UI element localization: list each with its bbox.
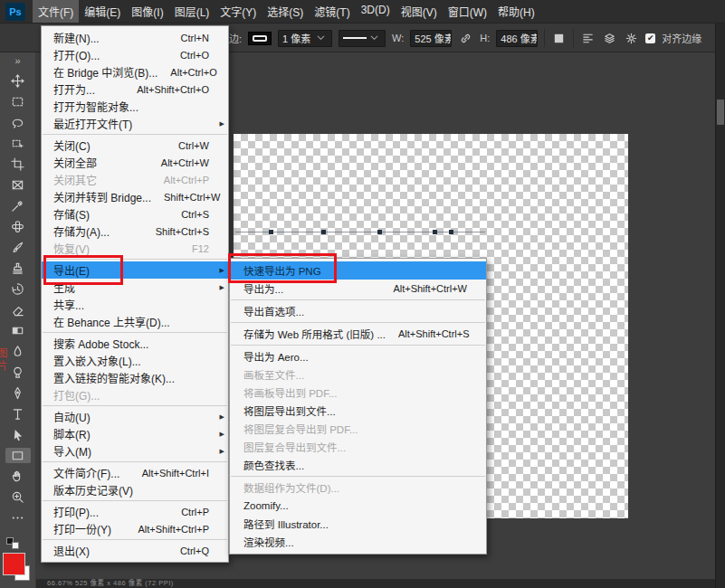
path-align-icon[interactable] — [580, 31, 596, 46]
menubar-item[interactable]: 图像(I) — [126, 0, 168, 23]
menu-item-label: 新建(N)... — [53, 30, 100, 45]
stroke-swatch[interactable] — [248, 32, 272, 45]
menubar-item[interactable]: 文字(Y) — [215, 0, 262, 23]
menu-item[interactable]: 搜索 Adobe Stock... ▶ — [42, 335, 228, 352]
menu-item-shortcut: Ctrl+O — [167, 50, 216, 61]
menubar-item[interactable]: 窗口(W) — [443, 0, 492, 23]
menu-item[interactable]: 置入链接的智能对象(K)... ▶ — [42, 369, 228, 386]
menu-item[interactable]: 打开(O)... Ctrl+O ▶ — [42, 46, 228, 63]
object-selection-tool[interactable] — [5, 136, 31, 151]
menu-item[interactable]: 打印一份(Y) Alt+Shift+Ctrl+P ▶ — [42, 520, 228, 537]
link-dimensions-icon[interactable] — [458, 31, 473, 46]
menu-item[interactable]: 存储(S) Ctrl+S ▶ — [42, 205, 228, 223]
menu-item[interactable]: 颜色查找表... ▶ — [230, 456, 486, 474]
menu-item[interactable]: 打开为智能对象... ▶ — [42, 98, 228, 115]
menu-item[interactable]: 将图层导出到文件... ▶ — [230, 402, 486, 420]
menu-item-shortcut: Shift+Ctrl+W — [151, 192, 227, 203]
clone-stamp-tool[interactable] — [5, 261, 31, 276]
history-brush-tool[interactable] — [5, 281, 31, 297]
menu-item[interactable]: 关闭其它 Alt+Ctrl+P ▶ — [42, 171, 228, 188]
menu-item[interactable]: 打开为... Alt+Shift+Ctrl+O ▶ — [42, 81, 228, 98]
menu-item[interactable]: 导出首选项... ▶ — [230, 302, 486, 320]
vertical-scrollbar[interactable] — [715, 24, 725, 588]
menu-item[interactable]: 关闭(C) Ctrl+W ▶ — [42, 137, 228, 154]
menubar-item[interactable]: 帮助(H) — [492, 0, 540, 23]
crop-tool[interactable] — [5, 156, 31, 172]
menubar-item[interactable]: 滤镜(T) — [309, 0, 355, 23]
menu-item[interactable]: 置入嵌入对象(L)... ▶ — [42, 352, 228, 369]
menubar-item[interactable]: 选择(S) — [262, 0, 309, 23]
menu-item[interactable]: 路径到 Illustrator... ▶ — [230, 515, 486, 533]
menubar-item[interactable]: 编辑(E) — [79, 0, 126, 23]
marquee-tool[interactable] — [5, 94, 31, 109]
menu-item[interactable]: 打印(P)... Ctrl+P ▶ — [42, 503, 228, 520]
menu-item[interactable]: 将图层复合导出到 PDF... ▶ — [230, 420, 486, 438]
shape-handle[interactable] — [269, 230, 273, 234]
gradient-tool[interactable] — [5, 323, 31, 338]
menu-item[interactable]: 自动(U) ▶ — [42, 408, 228, 425]
menubar-item[interactable]: 图层(L) — [169, 0, 215, 23]
shape-handle[interactable] — [433, 230, 437, 234]
lasso-tool[interactable] — [5, 115, 31, 130]
menu-item[interactable]: 导出为 Aero... ▶ — [230, 347, 486, 365]
menubar-item[interactable]: 3D(D) — [356, 0, 396, 23]
toolbar-collapse-icon[interactable]: » — [0, 52, 35, 68]
hand-tool[interactable] — [5, 469, 31, 484]
menubar-item[interactable]: 视图(V) — [396, 0, 443, 23]
path-select-tool[interactable] — [5, 427, 31, 442]
menu-item[interactable]: 脚本(R) ▶ — [42, 425, 228, 442]
foreground-background-swatches[interactable] — [2, 552, 34, 588]
type-tool[interactable] — [5, 406, 31, 422]
menu-item[interactable]: 存储为(A)... Shift+Ctrl+S ▶ — [42, 223, 228, 240]
menu-item[interactable]: 最近打开文件(T) ▶ — [42, 115, 228, 132]
menu-item[interactable]: 数据组作为文件(D)... ▶ — [230, 479, 486, 497]
menu-item[interactable]: 版本历史记录(V) ▶ — [42, 481, 228, 498]
shape-handle[interactable] — [377, 230, 382, 234]
brush-tool[interactable] — [5, 240, 31, 255]
zoom-tool[interactable] — [5, 489, 31, 505]
menu-item[interactable]: 存储为 Web 所用格式 (旧版) ... Alt+Shift+Ctrl+S ▶ — [230, 325, 486, 343]
shape-height-input[interactable]: 486 像素 — [496, 30, 538, 47]
menu-item-label: 搜索 Adobe Stock... — [53, 336, 148, 351]
menu-item[interactable]: 在 Bridge 中浏览(B)... Alt+Ctrl+O ▶ — [42, 63, 228, 81]
submenu-arrow-icon: ▶ — [216, 120, 224, 128]
shape-width-input[interactable]: 525 像素 — [410, 30, 452, 47]
stroke-width-select[interactable]: 1 像素 — [278, 30, 332, 47]
align-edges-checkbox[interactable]: ✔ — [645, 33, 655, 43]
eyedropper-tool[interactable] — [5, 198, 31, 213]
menu-item[interactable]: 在 Behance 上共享(D)... ▶ — [42, 313, 228, 330]
gear-icon[interactable] — [624, 31, 639, 46]
menu-item[interactable]: 将画板导出到 PDF... ▶ — [230, 384, 486, 402]
menu-item[interactable]: 关闭全部 Alt+Ctrl+W ▶ — [42, 154, 228, 171]
rectangle-tool[interactable] — [5, 448, 31, 463]
menu-item[interactable]: 画板至文件... ▶ — [230, 365, 486, 384]
eraser-tool[interactable] — [5, 302, 31, 318]
menu-item[interactable]: 打包(G)... ▶ — [42, 386, 228, 403]
healing-brush-tool[interactable] — [5, 219, 31, 234]
menu-item[interactable]: 新建(N)... Ctrl+N ▶ — [42, 29, 228, 46]
shape-handle[interactable] — [321, 230, 326, 234]
swap-colors-mini-icon[interactable] — [6, 537, 21, 550]
shape-mode-icon[interactable] — [551, 31, 567, 46]
layer-stack-icon[interactable] — [602, 31, 617, 46]
submenu-arrow-icon: ▶ — [216, 284, 224, 291]
ps-logo-icon[interactable]: Ps — [5, 3, 25, 21]
menu-item[interactable]: 渲染视频... ▶ — [230, 533, 486, 551]
foreground-color-swatch[interactable] — [3, 553, 25, 575]
shape-handle[interactable] — [449, 230, 453, 234]
scrollbar-thumb[interactable] — [717, 100, 724, 125]
stroke-type-select[interactable] — [339, 30, 386, 47]
menubar-item[interactable]: 文件(F) — [33, 0, 79, 23]
slice-tool[interactable] — [5, 177, 31, 193]
menu-item[interactable]: 文件简介(F)... Alt+Shift+Ctrl+I ▶ — [42, 464, 228, 481]
menu-item[interactable]: 退出(X) Ctrl+Q ▶ — [42, 542, 228, 559]
pen-tool[interactable] — [5, 385, 31, 401]
menu-item-label: 版本历史记录(V) — [53, 482, 133, 498]
menu-item[interactable]: 导入(M) ▶ — [42, 442, 228, 460]
menu-item[interactable]: Zoomify... ▶ — [230, 497, 486, 515]
edit-toolbar-button[interactable] — [5, 510, 31, 526]
move-tool[interactable] — [5, 73, 31, 89]
menu-item[interactable]: 共享... ▶ — [42, 296, 228, 313]
menu-item[interactable]: 图层复合导出到文件... ▶ — [230, 438, 486, 456]
menu-item[interactable]: 关闭并转到 Bridge... Shift+Ctrl+W ▶ — [42, 188, 228, 205]
